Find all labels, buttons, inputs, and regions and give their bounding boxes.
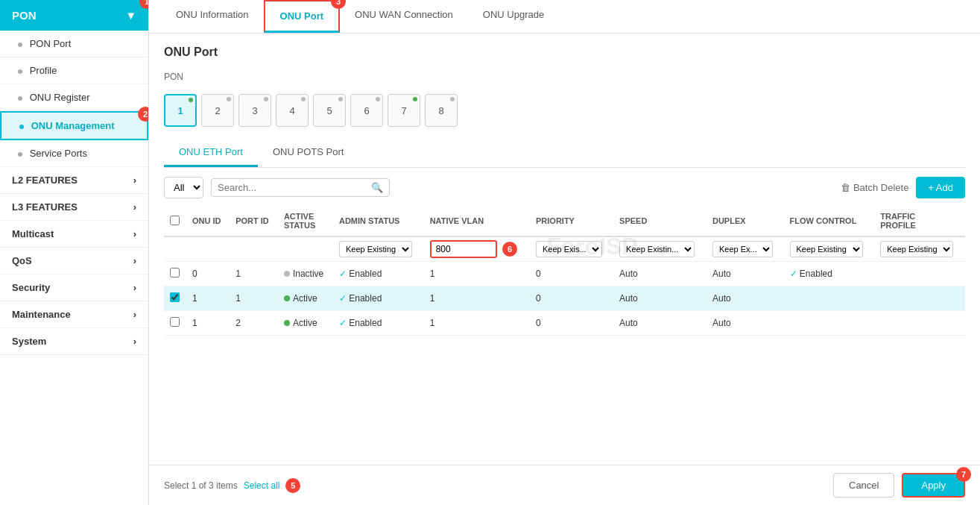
row-2-port-id: 2 <box>230 311 278 336</box>
row-checkbox-cell <box>164 262 186 286</box>
batch-delete-button[interactable]: 🗑 Batch Delete <box>841 182 908 193</box>
sidebar-section-maintenance-label: Maintenance <box>12 309 71 320</box>
sub-tab-pots-port[interactable]: ONU POTS Port <box>258 139 358 167</box>
batch-admin-status-select[interactable]: Keep Existing <box>339 241 412 257</box>
table-wrap: ONU ID PORT ID ACTIVESTATUS ADMIN STATUS… <box>164 206 965 336</box>
batch-empty-cell2 <box>186 236 230 262</box>
filter-select[interactable]: All <box>164 177 203 198</box>
chevron-right-icon: › <box>133 175 136 186</box>
chevron-right-icon: › <box>133 309 136 320</box>
sidebar-section-qos[interactable]: QoS › <box>0 248 148 275</box>
main-area: ONU Information ONU Port 3 ONU WAN Conne… <box>149 0 980 505</box>
pon-port-2[interactable]: 2 <box>201 94 234 127</box>
chevron-down-icon: ▼ <box>125 9 136 22</box>
batch-empty-cell4 <box>278 236 333 262</box>
col-duplex: DUPLEX <box>706 206 784 236</box>
col-port-id: PORT ID <box>230 206 278 236</box>
batch-flow-control-select[interactable]: Keep Existing <box>790 241 863 257</box>
sidebar-section-l3[interactable]: L3 FEATURES › <box>0 194 148 221</box>
row-1-native-vlan: 1 <box>424 286 530 311</box>
pon-port-5[interactable]: 5 <box>313 94 346 127</box>
sidebar-item-onu-management[interactable]: ONU Management 2 <box>0 111 148 140</box>
sidebar: PON ▼ 1 PON Port Profile ONU Register ON… <box>0 0 149 505</box>
sidebar-section-multicast[interactable]: Multicast › <box>0 221 148 248</box>
main-table: ONU ID PORT ID ACTIVESTATUS ADMIN STATUS… <box>164 206 965 336</box>
sidebar-item-onu-register-label: ONU Register <box>30 92 90 103</box>
batch-empty-cell <box>164 236 186 262</box>
batch-traffic-profile-select[interactable]: Keep Existing <box>880 241 953 257</box>
tab-onu-upgrade[interactable]: ONU Upgrade <box>468 0 559 33</box>
batch-duplex-select[interactable]: Keep Ex... <box>712 241 773 257</box>
sub-tabs-bar: ONU ETH Port ONU POTS Port <box>164 139 965 168</box>
status-dot-green <box>189 98 193 102</box>
check-icon: ✓ <box>339 293 347 304</box>
cancel-button[interactable]: Cancel <box>833 473 894 498</box>
table-row: 1 1 Active ✓ Enabled 1 0 Auto Auto <box>164 286 965 311</box>
row-0-duplex: Auto <box>706 262 784 286</box>
row-1-active-status: Active <box>278 286 333 311</box>
sidebar-section-system[interactable]: System › <box>0 328 148 355</box>
add-button[interactable]: + Add <box>916 177 965 198</box>
sidebar-item-service-ports[interactable]: Service Ports <box>0 140 148 167</box>
sidebar-section-multicast-label: Multicast <box>12 228 54 239</box>
pon-port-7[interactable]: 7 <box>388 94 420 127</box>
dot-icon <box>18 69 22 74</box>
col-flow-control: FLOW CONTROL <box>784 206 875 236</box>
badge-2: 2 <box>138 107 149 122</box>
active-dot <box>284 320 290 326</box>
status-dot-gray <box>301 97 306 101</box>
batch-duplex-cell: Keep Ex... <box>706 236 784 262</box>
sidebar-section-maintenance[interactable]: Maintenance › <box>0 301 148 328</box>
sidebar-item-profile[interactable]: Profile <box>0 57 148 84</box>
row-1-onu-id: 1 <box>186 286 230 311</box>
batch-edit-row: Keep Existing 6 Keep Exis... <box>164 236 965 262</box>
sidebar-pon-header[interactable]: PON ▼ 1 <box>0 0 148 31</box>
sidebar-section-l2-label: L2 FEATURES <box>12 175 78 186</box>
search-icon: 🔍 <box>371 182 383 193</box>
sidebar-item-onu-register[interactable]: ONU Register <box>0 84 148 111</box>
col-active-status: ACTIVESTATUS <box>278 206 333 236</box>
badge-5-container: 5 <box>285 478 300 493</box>
row-1-duplex: Auto <box>706 286 784 311</box>
pon-port-6[interactable]: 6 <box>350 94 383 127</box>
row-1-priority: 0 <box>530 286 613 311</box>
select-all-checkbox[interactable] <box>170 216 180 225</box>
dot-icon <box>18 43 22 47</box>
select-all-link[interactable]: Select all <box>244 480 280 491</box>
status-dot-gray <box>338 97 343 101</box>
row-2-duplex: Auto <box>706 311 784 336</box>
status-dot-green <box>413 97 417 101</box>
apply-button[interactable]: Apply 7 <box>902 473 965 498</box>
row-1-flow-control <box>784 286 875 311</box>
row-0-traffic-profile <box>874 262 965 286</box>
row-0-native-vlan: 1 <box>424 262 530 286</box>
tab-onu-port[interactable]: ONU Port 3 <box>264 0 341 33</box>
sidebar-section-security[interactable]: Security › <box>0 275 148 301</box>
batch-speed-select[interactable]: Keep Existin... <box>619 241 695 257</box>
pon-port-1[interactable]: 1 <box>164 94 197 127</box>
sub-tab-eth-port[interactable]: ONU ETH Port <box>164 139 258 167</box>
status-dot-gray <box>264 97 268 101</box>
row-2-checkbox[interactable] <box>170 317 180 327</box>
pon-port-3[interactable]: 3 <box>238 94 271 127</box>
dot-icon <box>19 125 24 129</box>
chevron-right-icon: › <box>133 282 136 293</box>
status-dot-gray <box>376 97 380 101</box>
sidebar-section-l2[interactable]: L2 FEATURES › <box>0 167 148 194</box>
row-2-onu-id: 1 <box>186 311 230 336</box>
pon-port-4[interactable]: 4 <box>276 94 309 127</box>
batch-speed-cell: Keep Existin... <box>613 236 706 262</box>
row-2-active-status: Active <box>278 311 333 336</box>
tab-onu-information[interactable]: ONU Information <box>161 0 264 33</box>
search-input[interactable] <box>218 182 371 193</box>
badge-6: 6 <box>502 242 517 257</box>
status-dot-gray <box>450 97 455 101</box>
row-0-checkbox[interactable] <box>170 268 180 277</box>
row-1-checkbox[interactable] <box>170 292 180 302</box>
pon-port-8[interactable]: 8 <box>425 94 458 127</box>
batch-native-vlan-input[interactable] <box>430 240 497 258</box>
batch-priority-select[interactable]: Keep Exis... <box>536 241 602 257</box>
row-0-priority: 0 <box>530 262 613 286</box>
tab-onu-wan-connection[interactable]: ONU WAN Connection <box>340 0 468 33</box>
sidebar-item-pon-port[interactable]: PON Port <box>0 31 148 57</box>
